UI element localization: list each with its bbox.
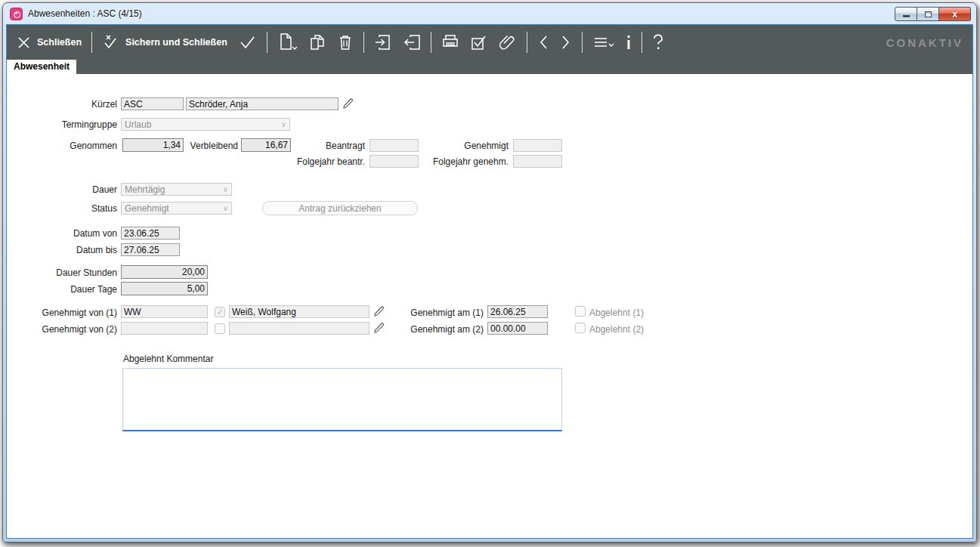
genehmigt-von-1-label: Genehmigt von (1)	[11, 307, 117, 320]
close-record-button[interactable]: Schließen	[16, 35, 82, 51]
chevron-down-icon: ∨	[223, 185, 228, 193]
duplicate-record-button[interactable]	[309, 33, 326, 51]
toolbar-separator	[431, 32, 431, 53]
beantragt-label: Beantragt	[289, 140, 365, 153]
kuerzel-input[interactable]	[121, 97, 184, 110]
export-icon	[403, 33, 421, 51]
dauer-dropdown[interactable]: Mehrtägig ∨	[121, 183, 232, 196]
new-record-icon	[277, 32, 298, 52]
toolbar-separator	[582, 32, 583, 53]
app-window: Abwesenheiten : ASC (4/15) x Schließen S…	[2, 2, 977, 542]
datum-bis-label: Datum bis	[11, 244, 117, 257]
genehmigt-von-2-name-input[interactable]	[229, 322, 369, 335]
close-window-button[interactable]: x	[939, 7, 971, 21]
toolbar-separator	[527, 32, 527, 53]
form-content: Kürzel Termingruppe Urlaub ∨ Genommen Ve…	[7, 74, 972, 538]
help-button[interactable]	[652, 33, 664, 51]
edit-person-icon[interactable]	[342, 97, 354, 110]
print-icon	[441, 33, 459, 51]
genehmigt-am-1-label: Genehmigt am (1)	[400, 307, 484, 320]
delete-trash-icon	[337, 33, 354, 51]
abgelehnt-2-checkbox[interactable]: ✓	[575, 323, 586, 333]
app-frame: Schließen Sichern und Schließen	[6, 24, 973, 539]
genehmigt-am-1-input[interactable]	[487, 305, 548, 318]
abgelehnt-kommentar-textarea[interactable]	[122, 368, 562, 431]
kuerzel-label: Kürzel	[11, 98, 117, 111]
duplicate-icon	[309, 33, 326, 51]
dauer-value: Mehrtägig	[125, 184, 165, 195]
close-window-icon: x	[952, 10, 957, 19]
save-and-close-label: Sichern und Schließen	[125, 37, 227, 48]
save-and-close-icon	[102, 33, 120, 51]
genehmigt-am-2-input[interactable]	[487, 322, 548, 335]
folgejahr-genehm-input[interactable]	[513, 155, 562, 168]
next-record-button[interactable]	[560, 34, 572, 51]
folgejahr-beantr-input[interactable]	[369, 155, 419, 168]
validate-button[interactable]	[470, 34, 487, 51]
attachment-button[interactable]	[498, 33, 517, 51]
termingruppe-value: Urlaub	[125, 119, 151, 130]
dauer-tage-input[interactable]	[121, 282, 208, 295]
tab-abwesenheit[interactable]: Abwesenheit	[7, 60, 76, 74]
edit-approver-2-icon[interactable]	[373, 322, 385, 334]
folgejahr-genehm-label: Folgejahr genehm.	[418, 156, 509, 168]
termingruppe-label: Termingruppe	[11, 119, 117, 131]
genehmigt-von-1-checkbox[interactable]: ✓	[215, 307, 225, 317]
app-logo-icon	[10, 8, 23, 20]
restore-button[interactable]	[917, 7, 939, 21]
toolbar-separator	[91, 32, 92, 53]
new-record-button[interactable]	[277, 32, 298, 52]
import-icon	[374, 33, 392, 51]
genehmigt-label: Genehmigt	[433, 140, 509, 153]
verbleibend-input[interactable]	[241, 138, 291, 152]
menu-button[interactable]	[592, 34, 615, 51]
datum-von-input[interactable]	[121, 227, 180, 240]
previous-record-button[interactable]	[537, 34, 549, 51]
title-bar[interactable]: Abwesenheiten : ASC (4/15) x	[3, 3, 976, 24]
minimize-icon	[903, 15, 910, 17]
save-check-icon	[238, 34, 257, 51]
termingruppe-dropdown[interactable]: Urlaub ∨	[121, 118, 290, 131]
edit-approver-1-icon[interactable]	[373, 305, 385, 317]
validate-checkbox-icon	[470, 34, 487, 51]
genehmigt-input[interactable]	[513, 139, 562, 152]
save-and-close-button[interactable]: Sichern und Schließen	[102, 33, 227, 51]
abgelehnt-1-checkbox[interactable]: ✓	[575, 306, 586, 317]
tab-bar: Abwesenheit	[7, 60, 972, 74]
abgelehnt-1-label: Abgelehnt (1)	[589, 307, 657, 320]
folgejahr-beantr-label: Folgejahr beantr.	[282, 156, 365, 168]
datum-bis-input[interactable]	[121, 243, 180, 256]
toolbar: Schließen Sichern und Schließen	[7, 25, 972, 60]
status-dropdown[interactable]: Genehmigt ∨	[121, 202, 232, 215]
toolbar-separator	[267, 32, 267, 53]
genehmigt-von-1-name-input[interactable]	[229, 305, 369, 318]
genehmigt-von-2-label: Genehmigt von (2)	[11, 323, 117, 336]
genehmigt-von-2-checkbox[interactable]: ✓	[215, 323, 225, 334]
previous-record-icon	[537, 34, 549, 51]
toolbar-separator	[363, 32, 364, 53]
genommen-input[interactable]	[122, 138, 184, 152]
conaktiv-logo: conaktiv	[886, 36, 963, 49]
genehmigt-von-1-code-input[interactable]	[121, 305, 208, 318]
window-title: Abwesenheiten : ASC (4/15)	[28, 8, 142, 19]
datum-von-label: Datum von	[11, 227, 117, 240]
restore-icon	[925, 11, 932, 17]
save-button[interactable]	[238, 34, 257, 51]
next-record-icon	[560, 34, 572, 51]
beantragt-input[interactable]	[369, 139, 419, 152]
delete-record-button[interactable]	[337, 33, 354, 51]
print-button[interactable]	[441, 33, 459, 51]
genehmigt-von-2-code-input[interactable]	[121, 322, 208, 335]
dauer-stunden-input[interactable]	[121, 265, 208, 279]
antrag-zurueckziehen-button[interactable]: Antrag zurückziehen	[262, 201, 418, 215]
chevron-down-icon: ∨	[223, 204, 228, 212]
kuerzel-name-input[interactable]	[186, 97, 339, 110]
minimize-button[interactable]	[895, 7, 917, 21]
import-button[interactable]	[374, 33, 392, 51]
info-button[interactable]	[626, 34, 632, 51]
chevron-down-icon: ∨	[281, 120, 286, 128]
export-button[interactable]	[403, 33, 421, 51]
close-x-icon	[16, 35, 32, 51]
help-icon	[652, 33, 664, 51]
dauer-label: Dauer	[11, 184, 117, 196]
